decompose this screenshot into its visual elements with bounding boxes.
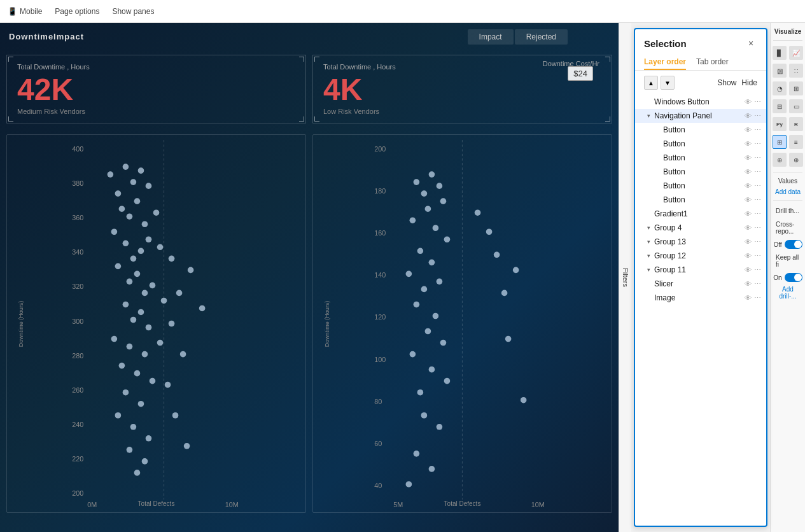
eye-icon-navigation-panel[interactable]: 👁 (745, 112, 752, 120)
tab-layer-order[interactable]: Layer order (644, 55, 686, 70)
arrow-down-button[interactable]: ▼ (661, 76, 675, 90)
show-button[interactable]: Show (717, 78, 736, 87)
toolbar-page-options[interactable]: Page options (55, 7, 99, 16)
viz-add-drill-button[interactable]: Add drill-... (773, 286, 802, 300)
item-icons-group-11: 👁 ⋯ (745, 266, 761, 274)
filters-tab[interactable]: Filters (619, 23, 631, 532)
eye-icon-slicer[interactable]: 👁 (745, 280, 752, 288)
chevron-group-13: ▾ (644, 237, 653, 246)
svg-point-42 (142, 351, 148, 358)
eye-icon-group-11[interactable]: 👁 (745, 266, 752, 274)
dots-icon-button-1[interactable]: ⋯ (754, 126, 761, 134)
viz-matrix-icon[interactable]: ⊟ (773, 99, 787, 113)
svg-text:260: 260 (72, 386, 83, 394)
selection-list: Windows Button 👁 ⋯ ▾ Navigation Panel 👁 … (635, 95, 766, 526)
list-item-gradient1[interactable]: Gradient1 👁 ⋯ (635, 207, 766, 221)
viz-card-icon[interactable]: ▭ (789, 99, 803, 113)
viz-line-chart-icon[interactable]: 📈 (789, 46, 803, 60)
list-item-button-5[interactable]: Button 👁 ⋯ (635, 179, 766, 193)
list-item-button-3[interactable]: Button 👁 ⋯ (635, 151, 766, 165)
viz-toggle-button[interactable] (785, 240, 802, 249)
svg-point-78 (429, 171, 435, 178)
svg-point-43 (157, 340, 164, 346)
selection-controls: ▲ ▼ Show Hide (635, 71, 766, 95)
dots-icon-button-4[interactable]: ⋯ (754, 168, 761, 176)
hide-button[interactable]: Hide (741, 78, 757, 87)
svg-point-51 (146, 435, 152, 442)
eye-icon-group-12[interactable]: 👁 (745, 252, 752, 260)
dots-icon-image[interactable]: ⋯ (754, 294, 761, 302)
dots-icon-group-4[interactable]: ⋯ (754, 224, 761, 232)
dots-icon-button-5[interactable]: ⋯ (754, 182, 761, 190)
selection-close-button[interactable]: × (745, 37, 757, 50)
viz-r-icon[interactable]: R (789, 117, 803, 131)
viz-active-icon[interactable]: ⊞ (773, 135, 787, 149)
viz-bar-chart-icon[interactable]: ▊ (773, 46, 787, 60)
svg-point-62 (184, 443, 190, 449)
metric-value-left: 42K (17, 74, 295, 105)
svg-point-41 (127, 344, 133, 350)
arrow-up-button[interactable]: ▲ (644, 76, 658, 90)
list-item-button-1[interactable]: Button 👁 ⋯ (635, 123, 766, 137)
viz-py-icon[interactable]: Py (773, 117, 787, 131)
eye-icon-button-2[interactable]: 👁 (745, 140, 752, 148)
eye-icon-group-4[interactable]: 👁 (745, 224, 752, 232)
eye-icon-image[interactable]: 👁 (745, 294, 752, 302)
svg-point-53 (142, 458, 148, 465)
dots-icon-button-3[interactable]: ⋯ (754, 154, 761, 162)
list-item-group-13[interactable]: ▾ Group 13 👁 ⋯ (635, 235, 766, 249)
tab-impact[interactable]: Impact (468, 29, 514, 45)
viz-extra-icon-2[interactable]: ⊕ (789, 153, 803, 167)
item-icons-group-13: 👁 ⋯ (745, 238, 761, 246)
viz-icon-row-6: ⊞ ≡ (773, 135, 803, 149)
svg-text:10M: 10M (225, 501, 239, 507)
list-item-image[interactable]: Image 👁 ⋯ (635, 291, 766, 305)
dots-icon-navigation-panel[interactable]: ⋯ (754, 112, 761, 120)
viz-extra-icon[interactable]: ⊕ (773, 153, 787, 167)
tab-tab-order[interactable]: Tab order (696, 55, 729, 70)
dots-icon-group-12[interactable]: ⋯ (754, 252, 761, 260)
selection-header: Selection × (635, 29, 766, 55)
viz-table-icon[interactable]: ⊞ (789, 81, 803, 95)
viz-custom-icon[interactable]: ≡ (789, 135, 803, 149)
viz-pie-icon[interactable]: ◔ (773, 81, 787, 95)
eye-icon-button-5[interactable]: 👁 (745, 182, 752, 190)
viz-toggle-on-button[interactable] (785, 273, 802, 282)
svg-point-14 (108, 171, 114, 178)
list-item-group-4[interactable]: ▾ Group 4 👁 ⋯ (635, 221, 766, 235)
viz-scatter-icon[interactable]: ∷ (789, 64, 803, 78)
list-item-button-4[interactable]: Button 👁 ⋯ (635, 165, 766, 179)
eye-icon-button-6[interactable]: 👁 (745, 196, 752, 204)
toolbar-show-panes[interactable]: Show panes (112, 7, 154, 16)
dots-icon-button-2[interactable]: ⋯ (754, 140, 761, 148)
svg-point-96 (429, 367, 435, 373)
svg-point-18 (138, 167, 144, 174)
viz-add-data-button[interactable]: Add data (775, 188, 801, 195)
list-item-button-6[interactable]: Button 👁 ⋯ (635, 193, 766, 207)
dots-icon-gradient1[interactable]: ⋯ (754, 210, 761, 218)
list-item-button-2[interactable]: Button 👁 ⋯ (635, 137, 766, 151)
eye-icon-button-3[interactable]: 👁 (745, 154, 752, 162)
dots-icon-group-11[interactable]: ⋯ (754, 266, 761, 274)
svg-point-77 (414, 179, 420, 185)
eye-icon-group-13[interactable]: 👁 (745, 238, 752, 246)
toolbar-mobile[interactable]: 📱 Mobile (8, 7, 42, 16)
dots-icon-group-13[interactable]: ⋯ (754, 238, 761, 246)
list-item-group-12[interactable]: ▾ Group 12 👁 ⋯ (635, 249, 766, 263)
list-item-group-11[interactable]: ▾ Group 11 👁 ⋯ (635, 263, 766, 277)
viz-area-chart-icon[interactable]: ▨ (773, 64, 787, 78)
mobile-icon: 📱 (8, 7, 17, 16)
eye-icon-windows-button[interactable]: 👁 (745, 98, 752, 106)
chart2-y-label: Downtime (Hours) (324, 300, 330, 347)
dots-icon-slicer[interactable]: ⋯ (754, 280, 761, 288)
eye-icon-button-1[interactable]: 👁 (745, 126, 752, 134)
list-item-windows-button[interactable]: Windows Button 👁 ⋯ (635, 95, 766, 109)
list-item-slicer[interactable]: Slicer 👁 ⋯ (635, 277, 766, 291)
dots-icon-windows-button[interactable]: ⋯ (754, 98, 761, 106)
main-area: DowntimeImpact Impact Rejected Downtime … (0, 23, 805, 532)
dots-icon-button-6[interactable]: ⋯ (754, 196, 761, 204)
list-item-navigation-panel[interactable]: ▾ Navigation Panel 👁 ⋯ (635, 109, 766, 123)
eye-icon-gradient1[interactable]: 👁 (745, 210, 752, 218)
tab-rejected[interactable]: Rejected (515, 29, 568, 45)
eye-icon-button-4[interactable]: 👁 (745, 168, 752, 176)
